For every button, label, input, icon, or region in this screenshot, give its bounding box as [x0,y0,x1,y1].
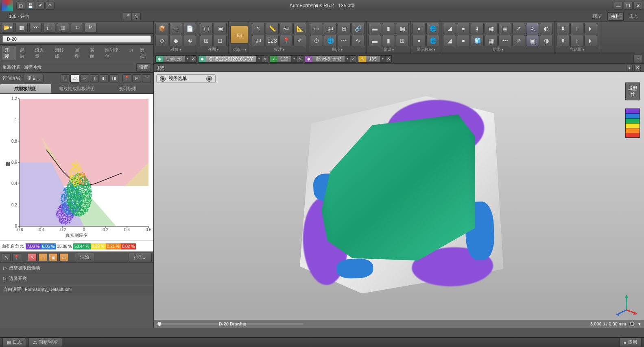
ribbon-btn[interactable]: ● [413,35,426,46]
ribbon-btn[interactable]: ⊞ [396,35,409,46]
view-tool1-icon[interactable]: ◧ [100,74,109,82]
expander-edge-crack[interactable]: ▷ 边缘开裂 [0,273,153,284]
ribbon-btn[interactable]: ▬ [368,23,381,34]
tool-orange-icon[interactable]: ⬚ [38,253,47,261]
tb1-btn-6[interactable]: 🏳 [85,23,97,33]
doc-tab-dropdown-icon[interactable]: ▾ [380,56,386,62]
ribbon-btn[interactable]: ▦ [396,23,409,34]
axis-triad-icon[interactable] [616,294,637,316]
ribbon-btn[interactable]: ↖ [252,23,265,34]
doc-tab-dropdown-icon[interactable]: ▾ [345,56,350,62]
view-flag-icon[interactable]: 🏳 [132,74,141,82]
ribbon-btn[interactable]: 🌐 [426,35,439,46]
ribbon-btn[interactable]: ∿ [351,35,365,46]
view-cube-icon[interactable]: ⬚ [61,74,70,82]
doc-tab[interactable]: ◆Untitled▾✕ [155,55,196,63]
mic-icon[interactable]: 🎤 [123,12,132,20]
app-logo-icon[interactable] [2,0,13,11]
ribbon-btn[interactable]: ● [457,23,470,34]
ribbon-btn[interactable]: 📄 [183,23,196,34]
view-pin-icon[interactable]: 📍 [122,74,131,82]
ribbon-group-label[interactable]: 标注 [252,46,306,53]
doc-tab-close-icon[interactable]: ✕ [297,56,303,62]
doc-tab[interactable]: ✓120▾✕ [270,55,303,63]
tab-wrinkle[interactable]: 起皱 [17,46,32,61]
apply-button[interactable]: ● 应用 [619,338,642,347]
view-sheet-icon[interactable]: ▱ [70,74,79,82]
doc-tab-close-icon[interactable]: ✕ [350,56,356,62]
ribbon-btn[interactable]: ▦ [485,23,498,34]
view-edge-icon[interactable]: ◫ [90,74,99,82]
tb1-btn-5[interactable]: ⌗ [71,23,83,33]
ribbon-group-label[interactable]: 显示模式 [413,46,439,53]
ribbon-btn[interactable]: ⊡ [214,35,227,46]
ribbon-btn[interactable]: 🧊 [471,35,484,46]
ribbon-btn[interactable]: 123 [266,35,279,46]
ribbon-btn[interactable]: ↗ [512,35,525,46]
3d-viewport[interactable]: 视图选单 成型性 D-20 [154,72,644,328]
ribbon-group-label[interactable]: 对象 [155,46,196,53]
ribbon-btn[interactable]: 〰 [498,35,511,46]
ribbon-btn[interactable]: ⏵ [584,35,597,46]
view-tool2-icon[interactable]: ◨ [109,74,118,82]
tab-crack[interactable]: 开裂 [2,46,16,61]
ribbon-btn[interactable]: 📏 [266,23,279,34]
ribbon-group-label[interactable]: 窗口 [368,46,409,53]
qat-undo-icon[interactable]: ↶ [36,2,45,10]
issues-button[interactable]: ⚠ 问题/视图 [28,338,62,347]
menu-tool[interactable]: 工具 [626,12,642,21]
tool-box-icon[interactable]: ▣ [49,253,58,261]
menu-model[interactable]: 模型 [589,12,605,21]
ribbon-btn[interactable]: ▣ [214,23,227,34]
ribbon-btn[interactable]: ⊞ [200,35,213,46]
ribbon-btn[interactable]: 📍 [279,35,293,46]
qat-new-icon[interactable]: ▢ [16,2,25,10]
ribbon-btn[interactable]: 🔗 [351,23,365,34]
tool-flat-icon[interactable]: ▭ [59,253,68,261]
ribbon-btn[interactable]: ⏱ [310,35,323,46]
ribbon-btn[interactable]: ◐ [540,23,553,34]
view-more-icon[interactable]: ⋯ [142,74,151,82]
tab-wear[interactable]: 磨损 [137,46,152,61]
fld-chart[interactable]: 真实副应变 真实主应变 [0,94,153,240]
ribbon-btn[interactable]: ▬ [368,35,381,46]
step-pill[interactable]: D-20 [2,35,151,43]
menu-sheet[interactable]: 板料 [607,12,624,21]
view-menu-pill[interactable]: 视图选单 [156,74,216,83]
doc-tab-dropdown-icon[interactable]: ▾ [291,56,297,62]
tool-red-icon[interactable]: ↖ [28,253,37,261]
chevron-down-icon[interactable]: ▾ [638,321,641,327]
chart-tab-fld[interactable]: 成型极限图 [0,84,51,93]
tab-skid[interactable]: 滑移线 [52,46,71,61]
ribbon-group-label[interactable]: 视图 [200,46,227,53]
ribbon-btn[interactable]: ↕ [570,23,583,34]
ribbon-btn[interactable]: ◢ [443,35,456,46]
chart-tab-nlfld[interactable]: 非线性成型极限图 [51,84,103,93]
tab-force[interactable]: 力 [126,46,136,61]
view-curve-icon[interactable]: 〰 [80,74,89,82]
ribbon-btn[interactable]: ◇ [155,35,168,46]
ribbon-btn[interactable]: 🌡 [471,23,484,34]
tool-pin-icon[interactable]: 📍 [12,253,21,261]
add-tab-button[interactable]: ＋ [633,55,642,63]
ribbon-btn[interactable]: ⊞ [338,23,351,34]
ribbon-btn[interactable]: ▮ [382,23,395,34]
expander-fld-options[interactable]: ▷ 成型极限图选项 [0,263,153,273]
ribbon-btn[interactable]: ↕ [570,35,583,46]
eye-icon[interactable] [629,321,635,327]
ribbon-btn[interactable]: ▣ [526,35,539,46]
qat-redo-icon[interactable]: ↷ [46,2,55,10]
ribbon-btn[interactable]: ▮ [382,35,395,46]
ribbon-btn[interactable]: ◆ [169,35,182,46]
ribbon-btn[interactable]: ◈ [183,35,196,46]
panel-close-icon[interactable]: ✕ [634,65,641,71]
print-button[interactable]: 打印... [129,253,152,262]
tb1-btn-2[interactable]: 〰 [29,23,41,33]
ribbon-btn[interactable]: ◑ [540,35,553,46]
tb1-btn-0[interactable]: 📂▾ [2,23,14,33]
ribbon-btn[interactable]: ▤ [498,23,511,34]
ribbon-btn[interactable]: ✐ [293,35,306,46]
doc-tab-close-icon[interactable]: ✕ [386,56,391,62]
tb1-btn-4[interactable]: ▥ [57,23,69,33]
ribbon-btn[interactable]: ⬍ [557,35,570,46]
